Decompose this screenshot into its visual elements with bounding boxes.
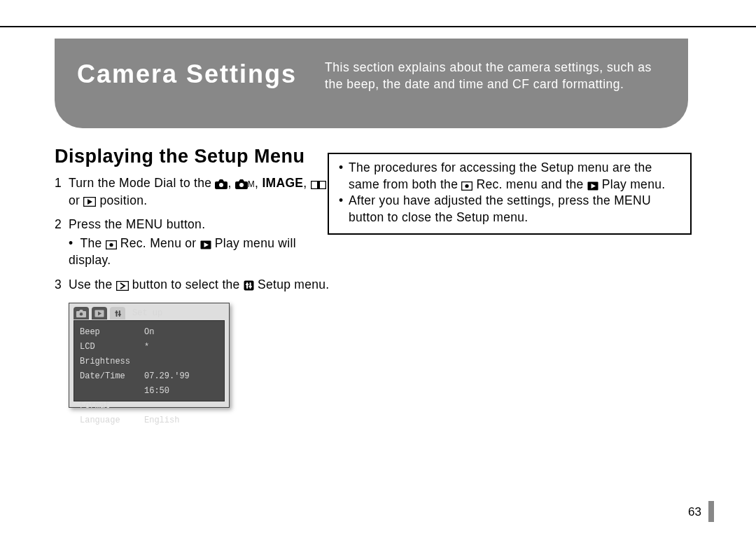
lcd-tab-setup [110, 307, 125, 319]
bullet-dot: • [339, 193, 349, 226]
page-number: 63 [688, 505, 701, 519]
page-accent [708, 501, 714, 522]
svg-point-24 [465, 184, 469, 188]
step-1: 1 Turn the Mode Dial to the , M, IMAGE, [55, 174, 335, 209]
text: button to select the [132, 277, 244, 291]
text: Setup menu. [258, 277, 330, 291]
svg-rect-11 [244, 280, 253, 290]
bullet-dot: • [69, 235, 77, 252]
svg-rect-19 [115, 310, 117, 317]
text: Use the [69, 277, 116, 291]
step-body: Turn the Mode Dial to the , M, IMAGE, or [69, 174, 335, 209]
play-icon [200, 240, 211, 249]
step-number: 1 [55, 174, 69, 209]
text: position. [96, 193, 147, 207]
svg-point-8 [109, 242, 113, 246]
text: Rec. menu and the [477, 177, 587, 191]
note-text: After you have adjusted the settings, pr… [349, 193, 680, 226]
svg-rect-21 [115, 312, 118, 313]
svg-rect-13 [249, 282, 251, 289]
text: , [227, 176, 234, 190]
step-2: 2 Press the MENU button. • The Rec. Menu… [55, 216, 335, 269]
text: M [248, 179, 255, 189]
lcd-tab-rec [74, 307, 89, 319]
lcd-row: LanguageEnglish [80, 413, 218, 428]
play-icon [587, 181, 598, 191]
step-sub-bullet: • The Rec. Menu or Play menu will displa… [69, 235, 335, 269]
content-area: Displaying the Setup Menu 1 Turn the Mod… [55, 140, 701, 515]
section-header: Camera Settings This section explains ab… [55, 39, 688, 128]
left-column: Displaying the Setup Menu 1 Turn the Mod… [55, 140, 335, 408]
camera-icon [235, 179, 248, 189]
svg-rect-14 [246, 284, 248, 285]
lcd-preview: Set up BeepOn LCD Brightness* Date/Time0… [69, 303, 230, 408]
lcd-tabs: Set up [74, 306, 225, 320]
bullet-dot: • [339, 160, 349, 193]
section-intro: This section explains about the camera s… [325, 60, 666, 92]
lcd-body: BeepOn LCD Brightness* Date/Time07.29.'9… [74, 320, 225, 401]
svg-rect-22 [118, 314, 120, 315]
step-number: 2 [55, 216, 69, 269]
image-label: IMAGE [262, 176, 303, 190]
step-3: 3 Use the button to select the Setup men… [55, 276, 335, 294]
rec-icon [461, 181, 472, 191]
manual-page: Camera Settings This section explains ab… [0, 0, 756, 536]
panorama-icon [311, 181, 326, 189]
step-number: 3 [55, 276, 69, 294]
subsection-heading: Displaying the Setup Menu [55, 146, 335, 167]
svg-point-17 [80, 312, 83, 315]
text: Play menu. [602, 177, 666, 191]
step-body: Use the button to select the Setup menu. [69, 276, 335, 294]
svg-rect-10 [116, 281, 128, 290]
text: or [69, 193, 83, 207]
text: Press the MENU button. [69, 217, 205, 231]
note-2: • After you have adjusted the settings, … [339, 193, 680, 226]
notes-box: • The procedures for accessing the Setup… [328, 153, 692, 235]
step-body: Press the MENU button. • The Rec. Menu o… [69, 216, 335, 269]
svg-rect-12 [246, 282, 248, 289]
lcd-row: LCD Brightness* [80, 340, 218, 369]
steps-list: 1 Turn the Mode Dial to the , M, IMAGE, [55, 174, 335, 293]
svg-rect-5 [317, 181, 320, 189]
text: The [80, 236, 105, 250]
top-rule [0, 26, 756, 27]
svg-point-3 [239, 183, 244, 187]
text: Turn the Mode Dial to the [69, 176, 215, 190]
svg-rect-15 [248, 286, 251, 287]
section-title: Camera Settings [77, 60, 325, 89]
lcd-row: Date/Time07.29.'99 16:50 [80, 369, 218, 399]
text: , [255, 176, 262, 190]
svg-rect-20 [118, 310, 120, 317]
text: Rec. Menu or [120, 236, 200, 250]
note-1: • The procedures for accessing the Setup… [339, 160, 680, 193]
lcd-tab-label: Set up [132, 308, 162, 318]
lcd-row: BeepOn [80, 325, 218, 340]
svg-point-1 [219, 183, 223, 187]
note-text: The procedures for accessing the Setup m… [349, 160, 680, 193]
camera-icon [215, 179, 227, 189]
right-arrow-icon [116, 281, 129, 291]
right-column: • The procedures for accessing the Setup… [328, 153, 692, 235]
lcd-tab-play [92, 307, 107, 319]
rec-icon [106, 240, 117, 249]
play-icon [83, 197, 96, 207]
lcd-row: Format [80, 399, 218, 413]
setup-icon [244, 280, 254, 291]
text: , [303, 176, 310, 190]
